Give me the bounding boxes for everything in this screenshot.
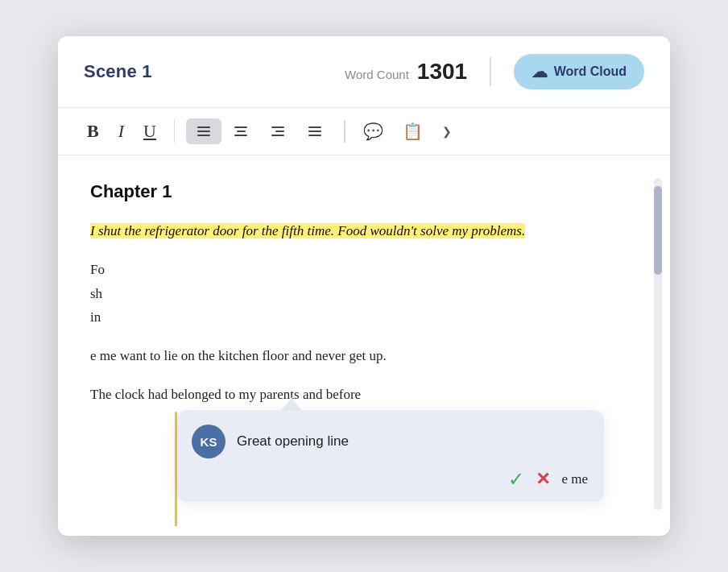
- body-paragraph-after: e me want to lie on the kitchen floor an…: [90, 344, 631, 368]
- underline-button[interactable]: U: [137, 116, 163, 147]
- comment-text: Great opening line: [237, 433, 588, 450]
- align-justify-button[interactable]: [297, 118, 333, 145]
- scene-title: Scene 1: [84, 61, 152, 82]
- after-dismiss-text: e me: [561, 471, 588, 487]
- partial-text-line2: sh: [90, 286, 102, 301]
- highlighted-paragraph: I shut the refrigerator door for the fif…: [90, 220, 631, 243]
- word-cloud-label: Word Cloud: [554, 64, 627, 79]
- comment-popup-wrapper: KS Great opening line ✓ ✕ e me: [177, 397, 604, 502]
- body-paragraph-partial: Fo sh in: [90, 258, 631, 330]
- bold-button[interactable]: B: [81, 116, 105, 147]
- chevron-down-icon: ❯: [442, 125, 452, 138]
- partial-text-line3: in: [90, 309, 101, 325]
- align-justify-icon: [304, 123, 326, 140]
- header-divider: [490, 57, 491, 86]
- align-right-icon: [267, 123, 289, 140]
- align-center-icon: [230, 123, 252, 140]
- confirm-comment-button[interactable]: ✓: [508, 468, 524, 491]
- toolbar-separator-2: [344, 120, 345, 143]
- align-right-button[interactable]: [260, 118, 296, 145]
- comment-icon: 💬: [363, 122, 383, 141]
- align-center-button[interactable]: [223, 118, 259, 145]
- continuation-text: e me want to lie on the kitchen floor an…: [90, 348, 387, 363]
- comment-top-row: KS Great opening line: [192, 425, 588, 458]
- comment-popup: KS Great opening line ✓ ✕ e me: [177, 410, 604, 502]
- align-left-icon: [192, 123, 215, 140]
- comment-button[interactable]: 💬: [357, 117, 390, 146]
- toolbar: B I U: [58, 108, 670, 155]
- word-count-label: Word Count 1301: [345, 59, 467, 85]
- header: Scene 1 Word Count 1301 ☁ Word Cloud: [58, 36, 670, 108]
- align-buttons: [186, 118, 333, 145]
- cloud-icon: ☁: [532, 62, 548, 81]
- italic-button[interactable]: I: [112, 116, 130, 147]
- comment-actions: ✓ ✕ e me: [192, 468, 588, 491]
- dismiss-comment-button[interactable]: ✕: [536, 469, 550, 490]
- align-left-button[interactable]: [186, 118, 221, 145]
- word-cloud-button[interactable]: ☁ Word Cloud: [514, 54, 644, 89]
- notes-icon: 📋: [403, 122, 423, 141]
- chapter-heading: Chapter 1: [90, 181, 631, 202]
- avatar: KS: [192, 425, 225, 458]
- notes-button[interactable]: 📋: [396, 117, 429, 146]
- partial-text-before: Fo: [90, 262, 105, 277]
- main-window: Scene 1 Word Count 1301 ☁ Word Cloud B I…: [58, 36, 670, 536]
- toolbar-separator-1: [174, 120, 176, 143]
- scrollbar-thumb[interactable]: [654, 186, 662, 275]
- header-middle: Word Count 1301 ☁ Word Cloud: [345, 54, 644, 89]
- scrollbar-track[interactable]: [654, 178, 662, 510]
- more-button[interactable]: ❯: [436, 120, 458, 143]
- highlighted-text: I shut the refrigerator door for the fif…: [90, 223, 525, 238]
- comment-triangle: [282, 397, 301, 410]
- content-area: Chapter 1 I shut the refrigerator door f…: [58, 155, 670, 526]
